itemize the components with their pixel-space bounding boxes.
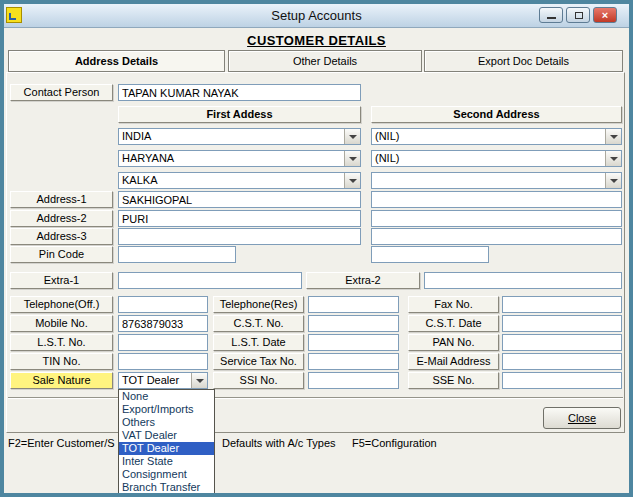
page-title: CUSTOMER DETAILS	[4, 33, 629, 48]
second-country-select[interactable]: (NIL)	[371, 128, 622, 145]
title-bar: Setup Accounts ×	[4, 4, 629, 28]
extra1-label: Extra-1	[10, 272, 113, 289]
chevron-down-icon[interactable]	[605, 151, 621, 166]
lst-no-label: L.S.T. No.	[10, 334, 113, 351]
minimize-button[interactable]	[539, 7, 563, 23]
extra1-input[interactable]	[118, 272, 302, 289]
second-state-value: (NIL)	[375, 152, 399, 164]
sale-nature-option[interactable]: Inter State	[119, 455, 214, 468]
status-text-mid: Defaults with A/c Types	[222, 437, 336, 449]
close-window-button[interactable]: ×	[593, 7, 617, 23]
address1-second-input[interactable]	[371, 191, 622, 208]
sse-no-label: SSE No.	[408, 372, 499, 389]
chevron-down-icon[interactable]	[605, 173, 621, 188]
address2-first-input[interactable]	[118, 210, 361, 227]
lst-date-input[interactable]	[308, 334, 399, 351]
address2-label: Address-2	[10, 210, 113, 227]
sale-nature-option[interactable]: Export/Imports	[119, 403, 214, 416]
mobile-no-input[interactable]	[118, 315, 208, 332]
pincode-second-input[interactable]	[371, 246, 489, 263]
tin-no-input[interactable]	[118, 353, 208, 370]
contact-person-label: Contact Person	[10, 84, 113, 101]
chevron-down-icon[interactable]	[605, 129, 621, 144]
telephone-off-input[interactable]	[118, 296, 208, 313]
second-address-header: Second Address	[371, 106, 622, 123]
sale-nature-value: TOT Dealer	[122, 374, 179, 386]
address2-second-input[interactable]	[371, 210, 622, 227]
lst-no-input[interactable]	[118, 334, 208, 351]
sale-nature-option[interactable]: Others	[119, 416, 214, 429]
chevron-down-icon[interactable]	[344, 173, 360, 188]
telephone-res-label: Telephone(Res)	[213, 296, 304, 313]
mobile-no-label: Mobile No.	[10, 315, 113, 332]
window-controls: ×	[539, 7, 617, 23]
tab-export-doc-details[interactable]: Export Doc Details	[424, 50, 623, 72]
close-button[interactable]: Close	[543, 407, 621, 429]
pincode-first-input[interactable]	[118, 246, 236, 263]
pan-no-input[interactable]	[502, 334, 622, 351]
service-tax-no-input[interactable]	[308, 353, 399, 370]
first-state-select[interactable]: HARYANA	[118, 150, 361, 167]
address3-second-input[interactable]	[371, 228, 622, 245]
tin-no-label: TIN No.	[10, 353, 113, 370]
cst-date-label: C.S.T. Date	[408, 315, 499, 332]
sale-nature-dropdown-list: None Export/Imports Others VAT Dealer TO…	[118, 389, 215, 495]
contact-person-input[interactable]	[118, 84, 361, 101]
cst-date-input[interactable]	[502, 315, 622, 332]
ssi-no-input[interactable]	[308, 372, 399, 389]
telephone-off-label: Telephone(Off.)	[10, 296, 113, 313]
fax-no-label: Fax No.	[408, 296, 499, 313]
service-tax-no-label: Service Tax No.	[213, 353, 304, 370]
pan-no-label: PAN No.	[408, 334, 499, 351]
first-country-value: INDIA	[122, 130, 151, 142]
first-city-value: KALKA	[122, 174, 157, 186]
close-icon: ×	[602, 9, 608, 21]
chevron-down-icon[interactable]	[344, 151, 360, 166]
minimize-icon	[547, 17, 556, 19]
extra2-label: Extra-2	[306, 272, 420, 289]
tab-address-details[interactable]: Address Details	[8, 50, 225, 72]
sale-nature-option[interactable]: Branch Transfer	[119, 481, 214, 494]
status-text-right: F5=Configuration	[352, 437, 437, 449]
sale-nature-label: Sale Nature	[10, 372, 113, 389]
setup-accounts-window: Setup Accounts × CUSTOMER DETAILS Addres…	[0, 0, 633, 497]
chevron-down-icon[interactable]	[191, 373, 207, 388]
email-address-label: E-Mail Address	[408, 353, 499, 370]
sale-nature-option[interactable]: None	[119, 390, 214, 403]
second-country-value: (NIL)	[375, 130, 399, 142]
window-title: Setup Accounts	[4, 4, 629, 28]
restore-button[interactable]	[566, 7, 590, 23]
cst-no-label: C.S.T. No.	[213, 315, 304, 332]
pincode-label: Pin Code	[10, 246, 113, 263]
lst-date-label: L.S.T. Date	[213, 334, 304, 351]
ssi-no-label: SSI No.	[213, 372, 304, 389]
first-city-select[interactable]: KALKA	[118, 172, 361, 189]
chevron-down-icon[interactable]	[344, 129, 360, 144]
second-city-select[interactable]	[371, 172, 622, 189]
restore-icon	[575, 12, 583, 19]
sse-no-input[interactable]	[502, 372, 622, 389]
cst-no-input[interactable]	[308, 315, 399, 332]
telephone-res-input[interactable]	[308, 296, 399, 313]
sale-nature-option-selected[interactable]: TOT Dealer	[119, 442, 214, 455]
address1-label: Address-1	[10, 191, 113, 208]
fax-no-input[interactable]	[502, 296, 622, 313]
address3-label: Address-3	[10, 228, 113, 245]
extra2-input[interactable]	[424, 272, 622, 289]
separator	[8, 397, 623, 399]
sale-nature-option[interactable]: VAT Dealer	[119, 429, 214, 442]
address1-first-input[interactable]	[118, 191, 361, 208]
sale-nature-option[interactable]: Consignment	[119, 468, 214, 481]
second-state-select[interactable]: (NIL)	[371, 150, 622, 167]
tab-other-details[interactable]: Other Details	[228, 50, 422, 72]
first-address-header: First Addess	[118, 106, 361, 123]
address3-first-input[interactable]	[118, 228, 361, 245]
sale-nature-select[interactable]: TOT Dealer	[118, 372, 208, 389]
status-text-left: F2=Enter Customer/S	[8, 437, 115, 449]
first-state-value: HARYANA	[122, 152, 174, 164]
email-address-input[interactable]	[502, 353, 622, 370]
first-country-select[interactable]: INDIA	[118, 128, 361, 145]
